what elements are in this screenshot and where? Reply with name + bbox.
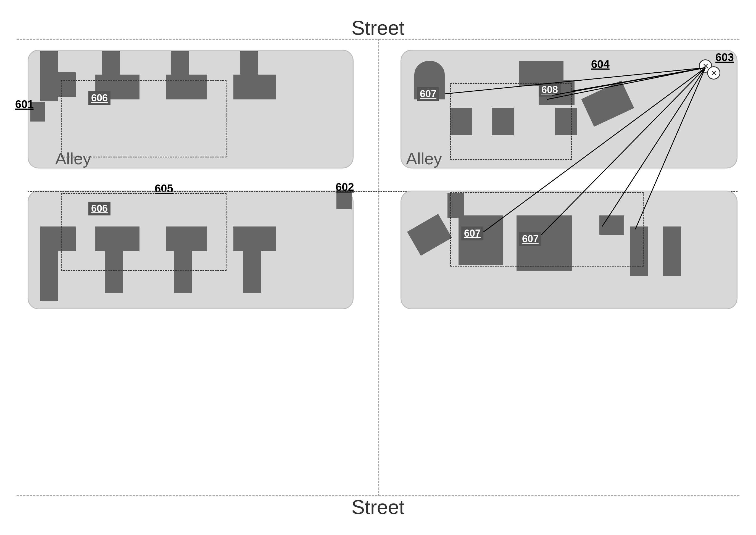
building-br-r2 bbox=[663, 226, 681, 276]
label-606-bl: 606 bbox=[88, 202, 110, 215]
label-607-tr: 607 bbox=[417, 87, 439, 101]
building-tl-4b bbox=[234, 74, 276, 99]
ref-label-604: 604 bbox=[591, 58, 610, 70]
street-label-bottom: Street bbox=[0, 496, 756, 519]
boundary-br bbox=[450, 192, 644, 267]
boundary-tr bbox=[450, 83, 572, 160]
ref-label-601: 601 bbox=[15, 98, 34, 110]
ref-label-603: 603 bbox=[715, 51, 734, 64]
building-bl-4b bbox=[243, 251, 261, 293]
alley-label-tr: Alley bbox=[406, 149, 442, 168]
diagram: Street Street Street 606 601 607 608 All… bbox=[0, 0, 756, 535]
street-label-top: Street bbox=[0, 16, 756, 39]
building-bl-1b bbox=[40, 251, 58, 301]
street-divider-vertical bbox=[378, 39, 379, 496]
boundary-bl bbox=[61, 193, 227, 271]
building-bl-4a bbox=[234, 226, 276, 251]
label-606-tl: 606 bbox=[88, 91, 110, 105]
alley-label-tl: Alley bbox=[55, 149, 91, 168]
ref-label-605: 605 bbox=[155, 182, 173, 195]
boundary-tl bbox=[61, 80, 227, 157]
circle-x-2: ✕ bbox=[707, 66, 720, 79]
